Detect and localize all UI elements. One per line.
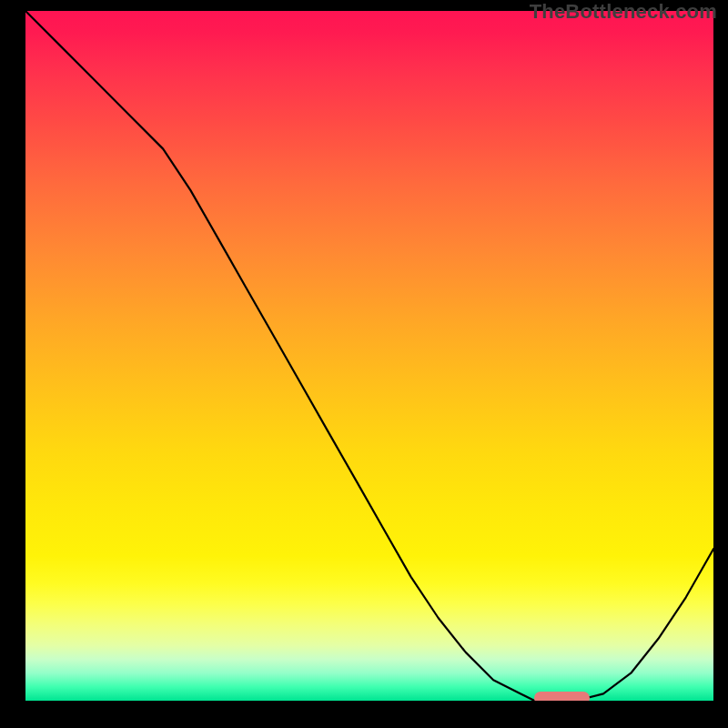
y-axis xyxy=(24,11,25,703)
bottleneck-curve xyxy=(25,11,713,701)
bottleneck-chart: TheBottleneck.com xyxy=(0,0,728,728)
x-axis xyxy=(24,701,715,703)
watermark-text: TheBottleneck.com xyxy=(530,0,717,24)
plot-area xyxy=(25,11,713,701)
optimum-marker xyxy=(534,692,589,701)
